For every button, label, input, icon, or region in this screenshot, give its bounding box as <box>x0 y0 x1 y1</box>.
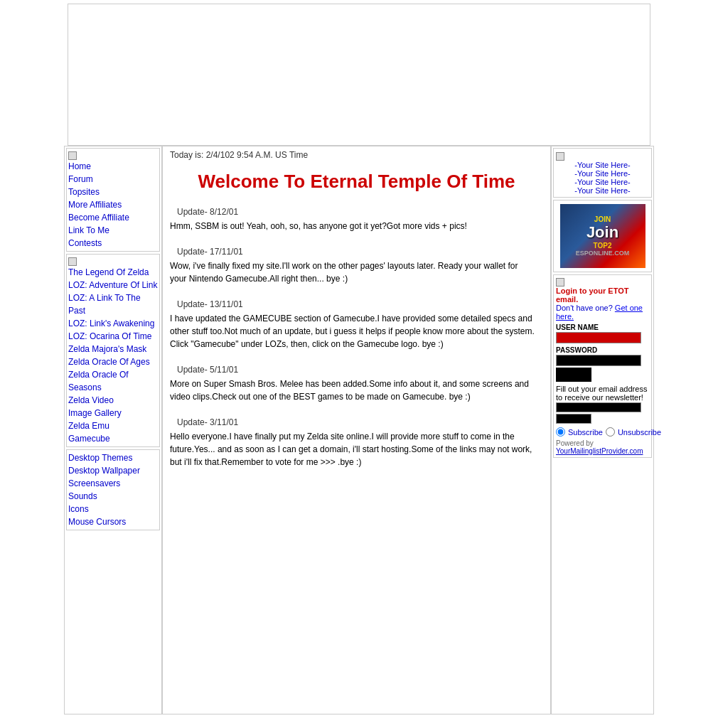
nav-loz-alttp[interactable]: LOZ: A Link To The Past <box>68 291 158 317</box>
subscribe-label: Subscribe <box>568 428 603 437</box>
main-nav-section: Home Forum Topsites More Affiliates Beco… <box>66 148 160 252</box>
update-text-4: More on Super Smash Bros. Melee has been… <box>170 378 543 403</box>
right-sidebar: -Your Site Here- -Your Site Here- -Your … <box>551 146 654 714</box>
affiliate-3: -Your Site Here- <box>556 178 649 186</box>
subscribe-options: Subscribe Unsubscribe <box>556 427 649 437</box>
nav-loz[interactable]: The Legend Of Zelda <box>68 266 158 279</box>
nav-link-to-me[interactable]: Link To Me <box>68 224 158 237</box>
unsubscribe-label: Unsubscribe <box>618 428 661 437</box>
site-title: Welcome To Eternal Temple Of Time <box>170 171 543 193</box>
update-entry-2: Update- 17/11/01 Wow, i've finally fixed… <box>170 247 543 285</box>
login-button[interactable] <box>556 368 591 382</box>
update-text-3: I have updated the GAMECUBE section of G… <box>170 312 543 350</box>
update-entry-4: Update- 5/11/01 More on Super Smash Bros… <box>170 365 543 403</box>
email-login-section: Login to your ETOT email. Don't have one… <box>553 274 652 458</box>
join-top-text: JOIN <box>594 215 611 223</box>
powered-by-text: Powered by YourMailinglistProvider.com <box>556 439 649 455</box>
affiliate-2: -Your Site Here- <box>556 169 649 178</box>
nav-loz-oot[interactable]: LOZ: Ocarina Of Time <box>68 330 158 343</box>
nav-more-affiliates[interactable]: More Affiliates <box>68 198 158 211</box>
username-input[interactable] <box>556 332 641 343</box>
login-label: Login to your ETOT email. <box>556 287 649 304</box>
update-text-1: Hmm, SSBM is out! Yeah, ooh, so, has any… <box>170 220 543 232</box>
join-main-text: Join <box>586 223 618 242</box>
nav-loz-mm[interactable]: Zelda Majora's Mask <box>68 343 158 355</box>
newsletter-name-input[interactable] <box>556 414 591 424</box>
nav-become-affiliate[interactable]: Become Affiliate <box>68 211 158 224</box>
update-entry-5: Update- 3/11/01 Hello everyone.I have fi… <box>170 417 543 469</box>
nav-icon <box>68 151 77 160</box>
nav-desktop-themes[interactable]: Desktop Themes <box>68 451 158 464</box>
update-text-5: Hello everyone.I have finally put my Zel… <box>170 430 543 469</box>
password-input[interactable] <box>556 355 641 366</box>
email-icon <box>556 278 564 287</box>
left-sidebar: Home Forum Topsites More Affiliates Beco… <box>64 146 162 714</box>
top-banner <box>68 4 650 146</box>
update-entry-1: Update- 8/12/01 Hmm, SSBM is out! Yeah, … <box>170 207 543 232</box>
provider-link[interactable]: YourMailinglistProvider.com <box>556 447 643 455</box>
join-banner-section: JOIN Join TOP2 ESPONLINE.COM <box>553 200 652 272</box>
affiliates-section: -Your Site Here- -Your Site Here- -Your … <box>553 148 652 198</box>
join-banner[interactable]: JOIN Join TOP2 ESPONLINE.COM <box>560 204 645 268</box>
username-label: USER NAME <box>556 323 649 331</box>
newsletter-email-input[interactable] <box>556 402 641 412</box>
nav-zelda-emu[interactable]: Zelda Emu <box>68 419 158 432</box>
nav-topsites[interactable]: Topsites <box>68 186 158 198</box>
nav-loz-oos[interactable]: Zelda Oracle Of Seasons <box>68 368 158 394</box>
main-content: Today is: 2/4/102 9:54 A.M. US Time Welc… <box>162 146 551 714</box>
nav-gamecube[interactable]: Gamecube <box>68 432 158 445</box>
nav-image-gallery[interactable]: Image Gallery <box>68 407 158 419</box>
update-text-2: Wow, i've finally fixed my site.I'll wor… <box>170 259 543 285</box>
nav-screensavers[interactable]: Screensavers <box>68 477 158 490</box>
unsubscribe-radio[interactable] <box>606 427 615 437</box>
nav-mouse-cursors[interactable]: Mouse Cursors <box>68 515 158 528</box>
password-label: PASSWORD <box>556 346 649 354</box>
update-date-1: Update- 8/12/01 <box>177 207 543 217</box>
nav-desktop-wallpaper[interactable]: Desktop Wallpaper <box>68 464 158 477</box>
newsletter-text: Fill out your email address to receive o… <box>556 385 649 402</box>
join-footer-text: ESPONLINE.COM <box>576 250 630 257</box>
affiliate-1: -Your Site Here- <box>556 161 649 169</box>
update-date-4: Update- 5/11/01 <box>177 365 543 375</box>
affiliate-4: -Your Site Here- <box>556 186 649 195</box>
update-date-3: Update- 13/11/01 <box>177 299 543 309</box>
nav-loz-aol[interactable]: LOZ: Adventure Of Link <box>68 279 158 291</box>
update-date-5: Update- 3/11/01 <box>177 417 543 427</box>
nav-home[interactable]: Home <box>68 160 158 173</box>
join-sub-text: TOP2 <box>594 242 612 250</box>
nav-sounds[interactable]: Sounds <box>68 490 158 503</box>
update-entry-3: Update- 13/11/01 I have updated the GAME… <box>170 299 543 350</box>
loz-nav-section: The Legend Of Zelda LOZ: Adventure Of Li… <box>66 254 160 447</box>
nav-forum[interactable]: Forum <box>68 173 158 186</box>
subscribe-radio[interactable] <box>556 427 565 437</box>
nav-loz-ooa[interactable]: Zelda Oracle Of Ages <box>68 355 158 368</box>
nav-zelda-video[interactable]: Zelda Video <box>68 394 158 407</box>
nav-contests[interactable]: Contests <box>68 237 158 250</box>
affiliates-icon <box>556 152 564 161</box>
nav-loz-la[interactable]: LOZ: Link's Awakening <box>68 317 158 330</box>
loz-icon <box>68 257 77 266</box>
no-account-text: Don't have one? Get one here. <box>556 304 649 321</box>
update-date-2: Update- 17/11/01 <box>177 247 543 257</box>
extras-nav-section: Desktop Themes Desktop Wallpaper Screens… <box>66 449 160 530</box>
date-display: Today is: 2/4/102 9:54 A.M. US Time <box>170 150 543 160</box>
nav-icons[interactable]: Icons <box>68 503 158 515</box>
